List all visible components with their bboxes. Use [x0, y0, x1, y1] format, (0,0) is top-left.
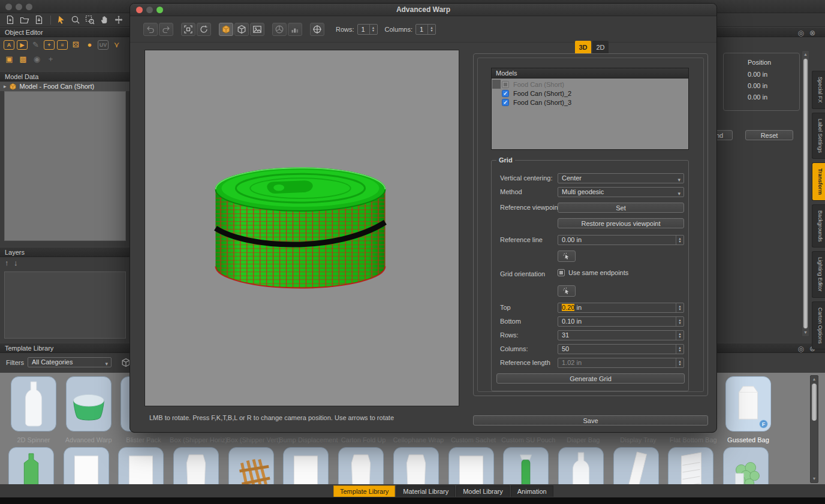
restore-previous-viewpoint-button[interactable]: Restore previous viewpoint: [558, 218, 684, 228]
template-item[interactable]: FGusseted Bag: [725, 376, 771, 431]
template-item[interactable]: [8, 447, 54, 484]
model-checkbox[interactable]: ✓: [502, 99, 509, 106]
move-tool[interactable]: [112, 14, 125, 26]
side-tab-carton-options[interactable]: Carton Options: [812, 301, 825, 350]
tab-material-library[interactable]: Material Library: [396, 485, 455, 497]
tab-model-library[interactable]: Model Library: [456, 485, 510, 497]
layers-list[interactable]: [4, 271, 126, 339]
scroll-up-icon[interactable]: ▲: [811, 376, 818, 382]
set-button[interactable]: Set: [558, 203, 684, 213]
top-input[interactable]: 0.20 in ▲▼: [558, 303, 684, 313]
wireframe-view-button[interactable]: [234, 23, 249, 36]
template-item[interactable]: [558, 447, 604, 484]
can-model[interactable]: [145, 50, 459, 406]
tab-template-library[interactable]: Template Library: [333, 485, 395, 497]
spinner-arrows-icon[interactable]: ▲▼: [676, 358, 684, 367]
bottom-input[interactable]: 0.10 in ▲▼: [558, 316, 684, 327]
template-item[interactable]: [393, 447, 439, 484]
pick-reference-line-button[interactable]: [558, 251, 576, 262]
right-panel-scrollbar[interactable]: ▲ ▼: [802, 50, 809, 337]
redo-button[interactable]: [159, 23, 173, 36]
thumbnails-scrollbar[interactable]: ▲ ▼: [810, 375, 818, 483]
spinner-arrows-icon[interactable]: ▲▼: [427, 25, 435, 34]
template-item[interactable]: [228, 447, 274, 484]
spinner-arrows-icon[interactable]: ▲▼: [676, 345, 684, 354]
image-view-button[interactable]: [250, 23, 264, 36]
scroll-down-icon[interactable]: ▼: [811, 476, 818, 482]
shaded-view-button[interactable]: [219, 23, 233, 36]
template-thumbnail[interactable]: [668, 447, 713, 484]
reference-line-input[interactable]: 0.00 in ▲▼: [558, 235, 684, 245]
panel-close-icon[interactable]: ⊗: [809, 28, 815, 38]
model-checkbox[interactable]: [502, 81, 509, 88]
spinner-arrows-icon[interactable]: ▲▼: [676, 331, 684, 340]
panel-menu-icon[interactable]: ◎: [798, 344, 804, 354]
dialog-minimize-icon[interactable]: [146, 7, 153, 13]
scroll-down-icon[interactable]: ▼: [802, 330, 809, 336]
template-item[interactable]: [338, 447, 384, 484]
tree-caret-icon[interactable]: ▸: [4, 83, 7, 89]
template-thumbnail[interactable]: [338, 447, 384, 484]
template-item[interactable]: [613, 447, 659, 484]
template-item[interactable]: [723, 447, 769, 484]
side-tab-backgrounds[interactable]: Backgrounds: [812, 204, 825, 248]
zoom-region-tool[interactable]: [83, 14, 96, 26]
pivot-point-icon[interactable]: +: [45, 54, 56, 64]
new-document[interactable]: [4, 14, 16, 26]
undo-button[interactable]: [143, 23, 158, 36]
template-item[interactable]: [448, 447, 494, 484]
template-thumbnail[interactable]: [118, 447, 164, 484]
template-item[interactable]: [64, 447, 109, 484]
template-thumbnail[interactable]: [11, 376, 56, 431]
edit-pencil-icon[interactable]: ✎: [30, 40, 41, 50]
layer-down-icon[interactable]: ↓: [14, 258, 18, 267]
layer-up-icon[interactable]: ↑: [5, 258, 9, 267]
pick-grid-orientation-button[interactable]: [558, 285, 576, 297]
chart-view-button[interactable]: [288, 23, 302, 36]
dialog-close-icon[interactable]: [136, 7, 143, 13]
arrow-tag-icon[interactable]: ▶: [17, 40, 28, 50]
template-thumbnail[interactable]: [173, 447, 219, 484]
side-tab-lighting-editor[interactable]: Lighting Editor: [812, 251, 825, 298]
select-tool[interactable]: [55, 14, 67, 26]
template-item[interactable]: [173, 447, 219, 484]
vertical-centering-select[interactable]: Center ▾: [558, 173, 684, 183]
uv-map-icon[interactable]: UV: [98, 40, 109, 50]
save-document[interactable]: [32, 14, 45, 26]
window-zoom-icon[interactable]: [26, 4, 32, 10]
template-thumbnail[interactable]: [503, 447, 549, 484]
template-thumbnail[interactable]: F: [725, 376, 771, 431]
view-tab-2d[interactable]: 2D: [592, 41, 609, 53]
zoom-tool[interactable]: [69, 14, 82, 26]
window-close-icon[interactable]: [5, 4, 12, 10]
bend-tool-icon[interactable]: ⋎: [111, 40, 122, 50]
model-data-list[interactable]: [4, 91, 126, 241]
side-tab-transform[interactable]: Transform: [812, 162, 825, 201]
spinner-arrows-icon[interactable]: ▲▼: [369, 25, 377, 34]
model-row[interactable]: ✓Food Can (Short)_2: [492, 89, 688, 98]
tab-animation[interactable]: Animation: [511, 485, 553, 497]
rows-spinner[interactable]: 1 ▲▼: [357, 24, 378, 35]
method-select[interactable]: Multi geodesic ▾: [558, 187, 684, 197]
template-thumbnail[interactable]: [448, 447, 494, 484]
sphere-view-button[interactable]: [272, 23, 287, 36]
dialog-zoom-icon[interactable]: [156, 7, 163, 13]
generate-grid-button[interactable]: Generate Grid: [496, 373, 685, 384]
template-item[interactable]: [668, 447, 713, 484]
template-thumbnail[interactable]: [228, 447, 274, 484]
template-item[interactable]: Advanced Warp: [66, 376, 112, 431]
window-minimize-icon[interactable]: [16, 4, 22, 10]
template-item[interactable]: [118, 447, 164, 484]
template-thumbnail[interactable]: [66, 376, 112, 431]
model-row[interactable]: Food Can (Short): [492, 80, 688, 89]
open-folder[interactable]: [18, 14, 31, 26]
template-thumbnail[interactable]: [558, 447, 604, 484]
grid-columns-input[interactable]: 50 ▲▼: [558, 344, 684, 354]
category-filter-select[interactable]: All Categories ▾: [28, 357, 112, 367]
template-thumbnail[interactable]: [393, 447, 439, 484]
save-button[interactable]: Save: [473, 415, 708, 425]
rotate-view-button[interactable]: [197, 23, 211, 36]
template-thumbnail[interactable]: [64, 447, 109, 484]
grid-tool-button[interactable]: [310, 23, 324, 36]
template-item[interactable]: 2D Spinner: [11, 376, 56, 431]
